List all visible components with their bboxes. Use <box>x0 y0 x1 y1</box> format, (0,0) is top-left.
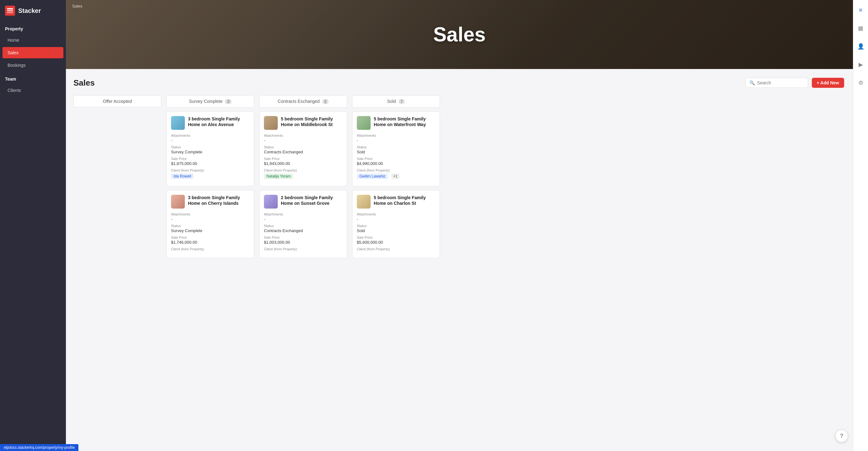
card-sunset-grove[interactable]: 2 bedroom Single Family Home on Sunset G… <box>259 190 347 258</box>
card-alex-avenue[interactable]: 3 bedroom Single Family Home on Alex Ave… <box>166 111 254 186</box>
calendar-icon[interactable]: ▦ <box>856 23 865 34</box>
column-label-contracts-exchanged: Contracts Exchanged <box>278 99 320 104</box>
card-field-client-cherry: Client (from Property) <box>171 247 249 251</box>
card-charlon-st[interactable]: 5 bedroom Single Family Home on Charlon … <box>352 190 440 258</box>
sidebar-item-clients-label: Clients <box>7 88 21 93</box>
card-field-attachments-waterfront: Attachments - <box>357 134 435 143</box>
logo-text: Stacker <box>18 7 41 14</box>
card-field-price-cherry: Sale Price $1,746,000.00 <box>171 235 249 245</box>
svg-rect-3 <box>7 12 13 13</box>
card-title-middlebrook: 5 bedroom Single Family Home on Middlebr… <box>281 116 342 130</box>
breadcrumb: Sales <box>72 4 83 8</box>
main-content: Sales Sales Sales 🔍 + Add New Offer Acce… <box>66 0 853 451</box>
logo: Stacker <box>0 0 66 21</box>
card-top-cherry: 3 bedroom Single Family Home on Cherry I… <box>171 195 249 208</box>
card-field-status-charlon: Status Sold <box>357 224 435 233</box>
header-actions: 🔍 + Add New <box>745 78 844 88</box>
card-field-status-cherry: Status Survey Complete <box>171 224 249 233</box>
search-box[interactable]: 🔍 <box>745 78 808 88</box>
property-section-label: Property <box>0 21 66 34</box>
filter-icon[interactable]: ≡ <box>857 5 864 15</box>
card-thumbnail-alex <box>171 116 185 130</box>
column-header-survey-complete: Survey Complete 3 <box>166 95 254 107</box>
card-field-price-charlon: Sale Price $5,600,000.00 <box>357 235 435 245</box>
client-tag-ida-rowell[interactable]: Ida Rowell <box>171 173 194 179</box>
sidebar: Stacker Property Home Sales Bookings Tea… <box>0 0 66 451</box>
stacker-logo-icon <box>5 6 15 16</box>
client-tag-natalija[interactable]: Natalija Yoram <box>264 173 293 179</box>
column-contracts-exchanged: Contracts Exchanged 2 5 bedroom Single F… <box>259 95 347 258</box>
content-header: Sales 🔍 + Add New <box>73 78 844 88</box>
search-input[interactable] <box>757 80 804 85</box>
sidebar-item-clients[interactable]: Clients <box>2 85 63 96</box>
column-badge-contracts-exchanged: 2 <box>322 99 329 104</box>
search-icon: 🔍 <box>749 80 755 85</box>
card-top-alex: 3 bedroom Single Family Home on Alex Ave… <box>171 116 249 130</box>
person-icon[interactable]: 👤 <box>856 41 866 52</box>
card-field-price-sunset: Sale Price $1,003,000.00 <box>264 235 342 245</box>
sidebar-item-home[interactable]: Home <box>2 34 63 46</box>
team-section-label: Team <box>0 71 66 84</box>
card-field-attachments-charlon: Attachments - <box>357 212 435 221</box>
card-field-client-waterfront: Client (from Property) Gwilim Lawahiz +1 <box>357 168 435 179</box>
card-field-status-alex: Status Survey Complete <box>171 145 249 154</box>
settings-icon[interactable]: ⚙ <box>857 77 865 88</box>
client-tag-gwilim[interactable]: Gwilim Lawahiz <box>357 173 388 179</box>
column-badge-survey-complete: 3 <box>225 99 231 104</box>
card-thumbnail-cherry <box>171 195 185 208</box>
card-field-status-sunset: Status Contracts Exchanged <box>264 224 342 233</box>
card-field-price-middlebrook: Sale Price $1,943,000.00 <box>264 157 342 166</box>
card-cherry-islands[interactable]: 3 bedroom Single Family Home on Cherry I… <box>166 190 254 258</box>
page-title: Sales <box>73 78 95 88</box>
card-top-sunset: 2 bedroom Single Family Home on Sunset G… <box>264 195 342 208</box>
card-field-attachments-sunset: Attachments - <box>264 212 342 221</box>
card-field-price-alex: Sale Price $1,875,000.00 <box>171 157 249 166</box>
client-extra-count-waterfront: +1 <box>391 173 400 179</box>
card-title-alex: 3 bedroom Single Family Home on Alex Ave… <box>188 116 249 130</box>
sidebar-item-bookings[interactable]: Bookings <box>2 60 63 71</box>
content-area: Sales 🔍 + Add New Offer Accepted Surve <box>66 69 853 451</box>
card-title-charlon: 5 bedroom Single Family Home on Charlon … <box>374 195 435 208</box>
help-button[interactable]: ? <box>835 430 848 442</box>
card-field-status-middlebrook: Status Contracts Exchanged <box>264 145 342 154</box>
card-field-price-waterfront: Sale Price $4,990,000.00 <box>357 157 435 166</box>
card-field-attachments-middlebrook: Attachments - <box>264 134 342 143</box>
card-top-middlebrook: 5 bedroom Single Family Home on Middlebr… <box>264 116 342 130</box>
card-thumbnail-charlon <box>357 195 371 208</box>
column-offer-accepted: Offer Accepted <box>73 95 161 258</box>
card-field-client-alex: Client (from Property) Ida Rowell <box>171 168 249 179</box>
url-bar: elpdocs.stackerhq.com/property/my-profil… <box>0 444 79 451</box>
card-title-sunset: 2 bedroom Single Family Home on Sunset G… <box>281 195 342 208</box>
card-title-waterfront: 5 bedroom Single Family Home on Waterfro… <box>374 116 435 130</box>
svg-rect-2 <box>7 10 13 11</box>
card-top-charlon: 5 bedroom Single Family Home on Charlon … <box>357 195 435 208</box>
column-header-sold: Sold 7 <box>352 95 440 107</box>
card-middlebrook-st[interactable]: 5 bedroom Single Family Home on Middlebr… <box>259 111 347 186</box>
sidebar-item-bookings-label: Bookings <box>7 63 26 68</box>
card-thumbnail-middlebrook <box>264 116 278 130</box>
card-field-status-waterfront: Status Sold <box>357 145 435 154</box>
column-header-offer-accepted: Offer Accepted <box>73 95 161 107</box>
column-label-offer-accepted: Offer Accepted <box>103 99 132 104</box>
column-label-survey-complete: Survey Complete <box>189 99 222 104</box>
svg-rect-1 <box>7 8 13 9</box>
card-thumbnail-sunset <box>264 195 278 208</box>
sidebar-item-sales-label: Sales <box>7 50 19 55</box>
card-thumbnail-waterfront <box>357 116 371 130</box>
right-toolbar: ≡ ▦ 👤 ▶ ⚙ <box>853 0 868 451</box>
card-top-waterfront: 5 bedroom Single Family Home on Waterfro… <box>357 116 435 130</box>
add-new-button[interactable]: + Add New <box>812 78 844 88</box>
card-field-client-middlebrook: Client (from Property) Natalija Yoram <box>264 168 342 179</box>
column-header-contracts-exchanged: Contracts Exchanged 2 <box>259 95 347 107</box>
column-badge-sold: 7 <box>399 99 405 104</box>
column-label-sold: Sold <box>387 99 396 104</box>
column-survey-complete: Survey Complete 3 3 bedroom Single Famil… <box>166 95 254 258</box>
sidebar-item-sales[interactable]: Sales <box>2 47 63 58</box>
card-waterfront-way[interactable]: 5 bedroom Single Family Home on Waterfro… <box>352 111 440 186</box>
column-sold: Sold 7 5 bedroom Single Family Home on W… <box>352 95 440 258</box>
hero-title: Sales <box>433 23 486 46</box>
card-field-client-charlon: Client (from Property) <box>357 247 435 251</box>
card-field-attachments-cherry: Attachments - <box>171 212 249 221</box>
play-icon[interactable]: ▶ <box>857 59 865 70</box>
card-field-client-sunset: Client (from Property) <box>264 247 342 251</box>
